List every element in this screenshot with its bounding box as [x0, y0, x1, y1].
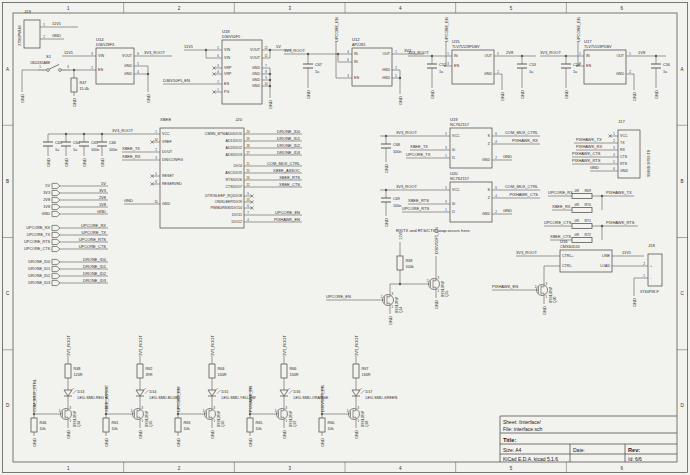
part-d36v50f5: D36V50F5	[222, 35, 240, 39]
pin-name-vcc: VCC	[162, 132, 170, 136]
pin-name-gnd: GND	[124, 64, 132, 68]
net-1: 1	[39, 65, 41, 69]
refdes-r62: R62	[146, 367, 153, 371]
pin-name-dio11: DIO11	[232, 213, 242, 217]
hier-label-upcore-cts: UPCORE_CTSUPCORE_CTS	[24, 244, 108, 252]
res-body	[209, 364, 215, 378]
junction-dot	[83, 133, 85, 135]
value: 1u	[315, 70, 319, 74]
value: 1u	[55, 148, 59, 152]
net-gnd: GND	[500, 92, 505, 101]
net-drone-id0: DRONE_ID0	[277, 129, 301, 134]
net-pixhawk-en: PIXHAWK_EN	[274, 217, 300, 222]
pin-num: 2	[217, 80, 219, 84]
pin-name-gnd: GND	[616, 72, 624, 76]
titleblock-date: Date:	[573, 447, 585, 453]
pin-name-i1: I1	[452, 156, 455, 160]
net-upcore-rts: UPCORE_RTS	[79, 237, 107, 242]
pin-num: 3	[214, 406, 216, 410]
pin-name-asc-dio5: ASC/DIO5	[225, 171, 242, 175]
net-gnd: GND	[82, 158, 87, 167]
net-upcore-rx: UPCORE_RX	[548, 190, 573, 195]
part-nc7sz157: NC7SZ157	[450, 177, 469, 181]
pin-name-x: -	[650, 276, 652, 280]
component-u17: U17TLV75518PDBV1IN3EN5OUT2GND	[576, 39, 634, 84]
net-com-mux-ctrl: COM_MUX_CTRL	[505, 184, 539, 189]
net-3v3-root: 3V3_ROOT	[138, 335, 143, 356]
frame-col-2: 2	[178, 6, 181, 11]
schematic-canvas: Sheet: /interface/ File: interface.sch T…	[0, 0, 690, 475]
pin-name-gnd: GND	[252, 72, 260, 76]
refdes-r60: R60	[328, 421, 335, 425]
net-gnd: GND	[654, 90, 659, 99]
pin-num: 4	[613, 153, 615, 157]
junction-dot	[101, 133, 103, 135]
pin-name-dio4: DIO4	[234, 164, 242, 168]
cap-plates	[381, 198, 391, 202]
net-gnd: GND	[306, 90, 311, 99]
refdes-r63: R63	[184, 421, 191, 425]
pin-num: 6	[217, 54, 219, 58]
junction-dot	[73, 69, 75, 71]
pin-name-en: EN	[224, 82, 229, 86]
pin-num: 3	[91, 52, 93, 56]
pin-name-cts: CTS	[620, 155, 628, 159]
pin-num: 2	[495, 210, 497, 214]
led-arrows	[143, 388, 149, 394]
resistor-r62: R6239R	[137, 364, 153, 378]
net-3v3-root: 3V3_ROOT	[66, 335, 71, 356]
value: 0R	[575, 203, 580, 207]
resistor-r68: R68100k	[397, 256, 414, 270]
pin-name-dout: DOUT	[162, 150, 173, 154]
net-1v8: 1V8	[638, 50, 646, 55]
net-pixhawk-rx: PIXHAWK_RX	[512, 138, 538, 143]
pin-num: 1	[613, 132, 615, 136]
part-bss138w: BSS138W	[441, 281, 445, 297]
value: 0R	[575, 219, 580, 223]
refdes-c63: C63	[55, 141, 62, 145]
res-body	[572, 194, 592, 199]
pin-num: 18	[246, 144, 250, 148]
net-gnd: GND	[398, 96, 403, 105]
pin-name-vref: VREF	[162, 140, 172, 144]
frame-row-C: C	[680, 291, 684, 296]
hier-label-gnd: GNDGND	[42, 209, 108, 217]
frame-col-6: 6	[620, 6, 623, 11]
pin-num: 10	[154, 200, 158, 204]
net-gnd: GND	[20, 94, 25, 103]
junction-dot	[601, 225, 603, 227]
net-xt90pw-m: XT90PW-M	[17, 25, 22, 46]
refdes-r68: R68	[406, 259, 413, 263]
mosfet-q70: 231BSS138WQ70	[533, 282, 557, 303]
resistor-r65: R6510k	[247, 418, 262, 432]
part-ap2281: AP2281	[352, 43, 366, 47]
led-arrows	[359, 388, 365, 394]
net-pixhawk-rts: PIXHAWK_RTS	[606, 220, 635, 225]
pin-name-vcc: VCC	[620, 134, 628, 138]
net-gnd: GND	[384, 218, 389, 227]
net-gnd: GND	[632, 298, 637, 307]
refdes-d16: D16	[294, 390, 301, 394]
titleblock-size: Size: A4	[503, 447, 522, 453]
led-arrows	[71, 388, 77, 394]
junction-dot	[431, 55, 433, 57]
pin-num: 6	[347, 58, 349, 62]
res-body	[397, 256, 403, 270]
net-pixhawk-en: PIXHAWK_EN	[492, 284, 518, 289]
resistor-r64: R64130R	[209, 364, 227, 378]
part-bss138w: BSS138W	[549, 287, 553, 303]
pin-num: 2	[91, 66, 93, 70]
pin-name-in: IN	[586, 54, 590, 58]
refdes-r61: R61	[112, 421, 119, 425]
pin-name-pwm0-rssi-dio10: PWM0/RSSI/DIO10	[210, 206, 242, 210]
pin-num: 6	[247, 204, 249, 208]
hier-label-drone-id3: DRONE_ID3DRONE_ID3	[28, 278, 108, 286]
pin-num: 12	[264, 46, 268, 50]
res-body	[137, 364, 143, 378]
component-j18: J182+1-	[640, 243, 662, 286]
net-upcore-tx: UPCORE_TX	[82, 230, 107, 235]
net-pixhawk-tx: PIXHAWK_TX	[606, 190, 632, 195]
cap-plates	[427, 64, 437, 68]
resistor-r67: R67130R	[353, 364, 371, 378]
pin-num: 5	[629, 52, 631, 56]
